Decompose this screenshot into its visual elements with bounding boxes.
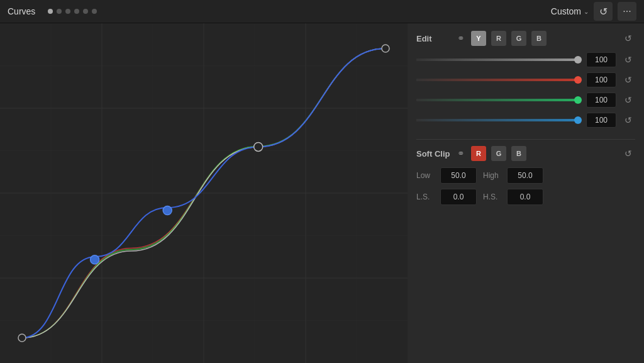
more-options-button[interactable]: ··· xyxy=(618,2,636,21)
undo-button[interactable]: ↺ xyxy=(594,2,613,21)
dot-5[interactable] xyxy=(83,9,88,14)
slider-row-blue: 100 ↺ xyxy=(416,113,635,128)
soft-clip-section-header: Soft Clip ⚭ R G B ↺ xyxy=(416,146,635,161)
ls-label: L.S. xyxy=(416,193,434,201)
low-value-input[interactable]: 50.0 xyxy=(440,167,477,184)
slider-track-red[interactable] xyxy=(416,79,581,81)
value-box-blue[interactable]: 100 xyxy=(586,113,616,128)
header-left: Curves xyxy=(8,6,97,16)
value-box-green[interactable]: 100 xyxy=(586,92,616,108)
channel-g-button[interactable]: G xyxy=(511,31,526,46)
slider-row-luma: 100 ↺ xyxy=(416,52,635,67)
reset-green-button[interactable]: ↺ xyxy=(621,93,635,107)
header-dots xyxy=(48,9,97,14)
app-header: Curves Custom ⌄ ↺ ··· xyxy=(0,0,644,23)
preset-label: Custom xyxy=(551,6,581,16)
high-label: High xyxy=(483,171,501,180)
reset-luma-button[interactable]: ↺ xyxy=(621,53,635,67)
soft-clip-label: Soft Clip xyxy=(416,149,451,159)
curve-canvas[interactable] xyxy=(0,23,408,363)
slider-track-luma[interactable] xyxy=(416,59,581,61)
slider-track-green[interactable] xyxy=(416,99,581,101)
edit-reset-button[interactable]: ↺ xyxy=(621,31,635,45)
channel-y-button[interactable]: Y xyxy=(471,31,486,46)
low-high-row: Low 50.0 High 50.0 xyxy=(416,167,635,184)
soft-clip-r-button[interactable]: R xyxy=(471,146,486,161)
edit-label: Edit xyxy=(416,34,451,43)
dot-4[interactable] xyxy=(74,9,79,14)
header-right: Custom ⌄ ↺ ··· xyxy=(551,2,636,21)
preset-selector[interactable]: Custom ⌄ xyxy=(551,6,589,16)
hs-value-input[interactable]: 0.0 xyxy=(507,189,543,205)
slider-row-red: 100 ↺ xyxy=(416,72,635,87)
slider-row-green: 100 ↺ xyxy=(416,92,635,108)
soft-clip-b-button[interactable]: B xyxy=(511,146,526,161)
channel-r-button[interactable]: R xyxy=(491,31,506,46)
edit-section-header: Edit ⚭ Y R G B ↺ xyxy=(416,31,635,46)
divider xyxy=(416,139,635,140)
ls-value-input[interactable]: 0.0 xyxy=(440,189,477,205)
low-label: Low xyxy=(416,171,434,180)
reset-red-button[interactable]: ↺ xyxy=(621,73,635,87)
ls-hs-row: L.S. 0.0 H.S. 0.0 xyxy=(416,189,635,205)
soft-clip-reset-button[interactable]: ↺ xyxy=(621,147,635,160)
app-title: Curves xyxy=(8,6,35,16)
main-area: ▶ Edit ⚭ Y R G B ↺ 100 ↺ xyxy=(0,23,644,363)
dot-3[interactable] xyxy=(65,9,70,14)
soft-clip-g-button[interactable]: G xyxy=(491,146,506,161)
right-panel: Edit ⚭ Y R G B ↺ 100 ↺ xyxy=(408,23,644,363)
soft-clip-link-icon[interactable]: ⚭ xyxy=(456,147,466,160)
link-icon[interactable]: ⚭ xyxy=(456,32,466,45)
chevron-down-icon: ⌄ xyxy=(584,8,589,15)
dot-6[interactable] xyxy=(92,9,97,14)
value-box-luma[interactable]: 100 xyxy=(586,52,616,67)
value-box-red[interactable]: 100 xyxy=(586,72,616,87)
hs-label: H.S. xyxy=(483,193,501,201)
dot-1[interactable] xyxy=(48,9,53,14)
dot-2[interactable] xyxy=(57,9,62,14)
slider-track-blue[interactable] xyxy=(416,119,581,121)
channel-b-button[interactable]: B xyxy=(531,31,547,46)
high-value-input[interactable]: 50.0 xyxy=(507,167,543,184)
curve-panel: ▶ xyxy=(0,23,408,363)
reset-blue-button[interactable]: ↺ xyxy=(621,113,635,127)
